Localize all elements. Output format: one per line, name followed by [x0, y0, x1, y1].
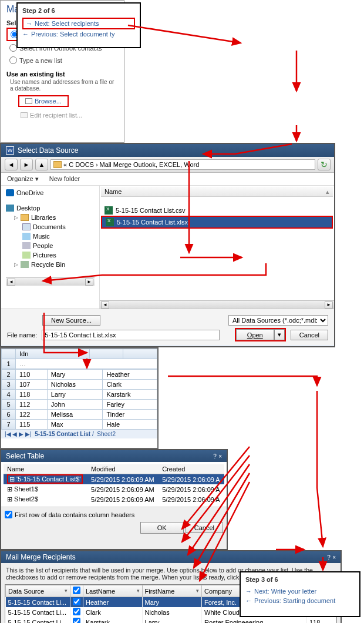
nav-refresh-button[interactable]: ↻ — [318, 159, 331, 170]
arrow-left-icon: ← — [245, 597, 252, 604]
edit-recipient-list-button: Edit recipient list... — [18, 110, 85, 120]
tree-recycle[interactable]: Recycle Bin — [31, 261, 65, 268]
datasource-cancel-button[interactable]: Cancel — [291, 330, 328, 340]
st-row-name[interactable]: ⊞ Sheet1$ — [4, 484, 87, 494]
sheet-tab-active[interactable]: 5-15-15 Contact List — [35, 431, 90, 437]
st-col-modified[interactable]: Modified — [87, 464, 159, 474]
recipient-checkbox[interactable] — [73, 618, 80, 623]
open-button[interactable]: Open — [236, 329, 274, 340]
select-data-source-dialog: W Select Data Source ◄ ► ▲ « C DOCS › Ma… — [0, 143, 335, 347]
recipients-titlebar[interactable]: Mail Merge Recipients ? × — [1, 551, 341, 563]
tree-music[interactable]: Music — [33, 233, 50, 240]
new-source-button[interactable]: New Source... — [42, 315, 100, 326]
rcp-col-fn[interactable]: FirstName — [145, 588, 175, 595]
nav-back-button[interactable]: ◄ — [5, 159, 18, 170]
first-row-label: First row of data contains column header… — [15, 511, 134, 518]
filename-label: File name: — [7, 331, 37, 339]
arrow-right-icon: → — [245, 588, 252, 595]
sheet-nav-last[interactable]: ▶| — [25, 431, 32, 437]
tree-onedrive[interactable]: OneDrive — [16, 189, 43, 196]
step2-panel: Step 2 of 6 → Next: Select recipients ← … — [16, 2, 141, 48]
first-row-checkbox[interactable]: First row of data contains column header… — [5, 511, 223, 518]
step2-next-label: Next: Select recipients — [35, 20, 99, 27]
file-scroll-left[interactable]: ◄ — [101, 302, 109, 309]
tree-libraries[interactable]: Libraries — [31, 214, 56, 221]
st-col-name[interactable]: Name — [4, 464, 87, 474]
select-table-ok-button[interactable]: OK — [140, 522, 184, 534]
music-icon — [22, 233, 31, 240]
svg-line-0 — [128, 25, 241, 43]
folder-icon — [53, 161, 62, 168]
select-table-cancel-button[interactable]: Cancel — [186, 522, 223, 533]
first-row-checkbox-input[interactable] — [5, 511, 12, 518]
edit-list-icon — [21, 112, 28, 118]
sheet-tab-sheet2[interactable]: Sheet2 — [97, 431, 116, 437]
open-dropdown[interactable]: ▾ — [274, 329, 285, 340]
step3-panel: Step 3 of 6 → Next: Write your letter ← … — [240, 571, 360, 617]
step2-next-link[interactable]: → Next: Select recipients — [22, 18, 135, 29]
nav-fwd-button[interactable]: ► — [20, 159, 33, 170]
file-item-csv[interactable]: 5-15-15 Contact List.csv — [101, 205, 333, 216]
browse-label: Browse... — [35, 98, 62, 105]
file-item-xlsx[interactable]: 5-15-15 Contact List.xlsx — [101, 216, 333, 229]
sheet-nav-prev[interactable]: ◀ — [12, 431, 17, 437]
step2-prev-label: Previous: Select document ty — [31, 31, 114, 38]
recipients-close-icon[interactable]: × — [332, 554, 336, 561]
file-scroll-right[interactable]: ► — [325, 302, 333, 309]
file-csv-label: 5-15-15 Contact List.csv — [116, 207, 186, 214]
browse-button[interactable]: Browse... — [18, 95, 69, 107]
file-xlsx-label: 5-15-15 Contact List.xlsx — [117, 219, 188, 226]
recipient-checkbox[interactable] — [73, 598, 80, 605]
st-row-name[interactable]: ⊞ Sheet2$ — [4, 494, 87, 504]
tree-scroll-left[interactable]: ◄ — [7, 279, 15, 286]
tree-desktop[interactable]: Desktop — [16, 205, 40, 212]
rcp-check-all[interactable] — [73, 587, 80, 594]
file-type-filter[interactable]: All Data Sources (*.odc;*.mdb;* — [228, 315, 328, 326]
organize-menu[interactable]: Organize ▾ — [7, 175, 39, 183]
recipient-row[interactable]: 5-15-15 Contact Li...KarstarkLarryRoster… — [6, 617, 336, 623]
file-col-name[interactable]: Name — [105, 188, 122, 195]
recipient-checkbox[interactable] — [73, 608, 80, 615]
rcp-col-co[interactable]: Company — [204, 588, 232, 595]
step3-next-link[interactable]: → Next: Write your letter — [245, 587, 355, 596]
new-folder-button[interactable]: New folder — [49, 175, 80, 183]
radio-new-list-label: Type a new list — [19, 57, 62, 64]
nav-path[interactable]: « C DOCS › Mail Merge Outlook, EXCEL, Wo… — [50, 159, 315, 170]
tree-pictures[interactable]: Pictures — [33, 252, 56, 259]
st-row-name[interactable]: ⊞ '5-15-15 Contact List$' — [4, 474, 87, 485]
arrow-right-icon: → — [26, 20, 32, 27]
sheet-nav-first[interactable]: |◀ — [5, 431, 11, 437]
recipients-help-icon[interactable]: ? — [327, 554, 331, 561]
libraries-icon — [21, 214, 29, 221]
recipients-title: Mail Merge Recipients — [6, 553, 76, 561]
folder-tree[interactable]: OneDrive Desktop ▷Libraries Documents Mu… — [1, 186, 100, 309]
tree-people[interactable]: People — [33, 242, 53, 249]
select-table-titlebar[interactable]: Select Table ? × — [1, 450, 227, 462]
step3-next-label: Next: Write your letter — [254, 588, 316, 595]
data-source-titlebar[interactable]: W Select Data Source — [1, 144, 334, 157]
step3-prev-link[interactable]: ← Previous: Starting document — [245, 596, 355, 605]
rcp-col-ln[interactable]: LastName — [86, 588, 115, 595]
select-table-help-icon[interactable]: ? — [213, 453, 217, 460]
nav-up-button[interactable]: ▲ — [35, 159, 48, 170]
recycle-icon — [21, 261, 29, 268]
desktop-icon — [6, 205, 14, 212]
select-table-close-icon[interactable]: × — [218, 453, 222, 460]
file-list[interactable]: Name ▴ 5-15-15 Contact List.csv 5-15-15 … — [100, 186, 334, 309]
pictures-icon — [22, 252, 31, 259]
step2-title: Step 2 of 6 — [22, 7, 135, 14]
rcp-col-ds[interactable]: Data Source — [8, 588, 44, 595]
people-icon — [22, 242, 31, 249]
sheet-nav-next[interactable]: ▶ — [19, 431, 23, 437]
filename-input[interactable] — [42, 330, 219, 340]
select-table-dialog: Select Table ? × Name Modified Created ⊞… — [0, 449, 228, 550]
st-col-created[interactable]: Created — [159, 464, 224, 474]
tree-documents[interactable]: Documents — [33, 223, 66, 230]
radio-new-list[interactable]: Type a new list — [6, 55, 118, 66]
radio-new-list-input[interactable] — [9, 56, 17, 64]
step2-prev-link[interactable]: ← Previous: Select document ty — [22, 29, 135, 39]
excel-data-grid: Idn 1… 2110MaryHeather3107NicholasClark4… — [0, 347, 159, 449]
onedrive-icon — [6, 189, 14, 196]
tree-scroll-right[interactable]: ► — [85, 279, 93, 286]
use-existing-subtext: Use names and addresses from a file or a… — [6, 79, 118, 92]
